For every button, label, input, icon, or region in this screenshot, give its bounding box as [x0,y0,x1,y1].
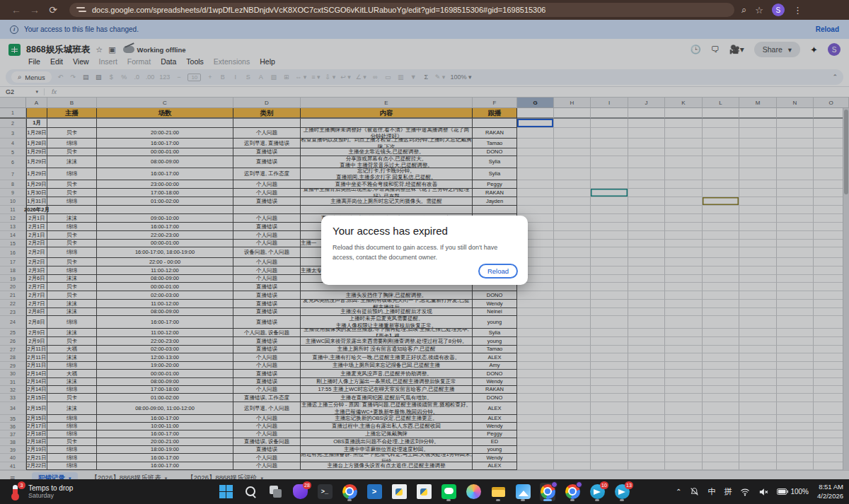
cell-I10[interactable] [591,197,628,206]
cell-I32[interactable] [591,386,628,394]
cell-L20[interactable] [703,283,739,291]
cell-E1[interactable]: 内容 [301,108,473,119]
cell-A41[interactable]: 2月22日 [26,462,47,470]
document-title[interactable]: 8868娱乐城班表 [26,44,90,56]
cell-D24[interactable]: 直播错误 [233,316,301,329]
cell-K9[interactable] [665,189,703,197]
cell-D4[interactable]: 迟到早退, 直播错误 [233,139,301,148]
cell-M2[interactable] [739,119,777,128]
cell-L3[interactable] [703,128,739,139]
cell-J23[interactable] [628,308,665,316]
cell-C4[interactable]: 16:00-17:00 [97,139,233,148]
cell-C17[interactable]: 22:00 - 00:00 [97,258,233,266]
volume-muted-icon[interactable] [758,488,768,496]
cell-L21[interactable] [703,291,739,300]
cell-N8[interactable] [777,180,814,189]
cell-K16[interactable] [665,247,703,258]
notifications-off-icon[interactable] [690,487,699,496]
cell-J27[interactable] [628,346,665,353]
tray-chevron-icon[interactable]: ⌃ [676,488,681,496]
cell-A38[interactable]: 2月18日 [26,438,47,446]
row-number-35[interactable]: 35 [0,415,26,423]
cell-H30[interactable] [554,370,591,378]
percent-icon[interactable]: % [120,74,128,81]
cell-D13[interactable]: 直播错误 [233,223,301,231]
cell-I28[interactable] [591,353,628,362]
cell-A9[interactable]: 1月30日 [26,189,47,197]
share-caret-icon[interactable]: ▾ [788,45,792,54]
cell-G11[interactable] [517,206,554,214]
cell-B4[interactable]: 绵绵 [47,139,97,148]
cell-D3[interactable]: 个人问题 [233,128,301,139]
cell-K23[interactable] [665,308,703,316]
cell-D16[interactable]: 设备问题, 个人问题 [233,247,301,258]
ime-pinyin-icon[interactable]: 拼 [724,486,732,497]
cell-J34[interactable] [628,402,665,415]
cell-E28[interactable]: 直播中,主播有打哈欠一晚,已提醒主播更正好状态,後續有改善。 [301,353,473,362]
cell-H1[interactable] [554,108,591,119]
cell-N19[interactable] [777,275,814,283]
cell-L25[interactable] [703,329,739,337]
meet-video-icon[interactable]: 🎥▾ [729,45,744,54]
merge-cells-icon[interactable]: ⇔ ▾ [295,74,306,81]
link-icon[interactable]: ∞ [371,74,379,81]
cell-M41[interactable] [739,462,777,470]
italic-icon[interactable]: I [231,74,239,81]
cell-C29[interactable]: 19:00-20:00 [97,362,233,370]
row-number-13[interactable]: 13 [0,223,26,231]
cell-I27[interactable] [591,346,628,353]
row-number-20[interactable]: 20 [0,283,26,291]
cell-H14[interactable] [554,231,591,240]
cell-I36[interactable] [591,423,628,430]
cell-J8[interactable] [628,180,665,189]
cell-E40[interactable]: 附近有光,主播报备群: 黑位一下把湿气转走,马上回,关镜头处理1分钟回来,后续 [301,454,473,462]
cell-K6[interactable] [665,156,703,168]
row-number-15[interactable]: 15 [0,240,26,247]
cell-F29[interactable]: Amy [473,362,517,370]
cell-F2[interactable] [473,119,517,128]
cell-F36[interactable]: Wendy [473,423,517,430]
cell-I5[interactable] [591,148,628,156]
cell-L17[interactable] [703,258,739,266]
fill-color-icon[interactable]: ▧ [270,74,277,81]
cell-D18[interactable]: 个人问题 [233,266,301,275]
cell-N21[interactable] [777,291,814,300]
cell-A23[interactable]: 2月8日 [26,308,47,316]
cell-A4[interactable]: 1月28日 [26,139,47,148]
cell-K37[interactable] [665,430,703,438]
cell-K28[interactable] [665,353,703,362]
cell-J12[interactable] [628,214,665,223]
cell-A36[interactable]: 2月17日 [26,423,47,430]
cell-L22[interactable] [703,300,739,308]
cell-I13[interactable] [591,223,628,231]
cell-J33[interactable] [628,394,665,402]
cell-D10[interactable]: 直播错误 [233,197,301,206]
cell-M15[interactable] [739,240,777,247]
cell-J32[interactable] [628,386,665,394]
cell-K33[interactable] [665,394,703,402]
all-sheets-icon[interactable]: ≡ [10,474,15,480]
cell-H38[interactable] [554,438,591,446]
cell-A33[interactable]: 2月15日 [26,394,47,402]
cell-M34[interactable] [739,402,777,415]
cell-C39[interactable]: 18:00-19:00 [97,446,233,454]
cell-N37[interactable] [777,430,814,438]
cell-M19[interactable] [739,275,777,283]
cell-B27[interactable]: 大福 [47,346,97,353]
browser-forward-icon[interactable]: → [25,4,44,16]
cell-M10[interactable] [739,197,777,206]
column-header-K[interactable]: K [665,98,703,108]
cell-J5[interactable] [628,148,665,156]
cell-H18[interactable] [554,266,591,275]
cell-F35[interactable]: ALEX [473,415,517,423]
menus-search-button[interactable]: ⌕ Menus [11,71,52,83]
cell-N14[interactable] [777,231,814,240]
cell-D39[interactable]: 直播错误 [233,446,301,454]
taskbar-clock[interactable]: 8:51 AM 4/2/2026 [817,483,843,500]
cell-M27[interactable] [739,346,777,353]
cell-F25[interactable]: Sylia [473,329,517,337]
cell-A29[interactable]: 2月11日 [26,362,47,370]
cell-I19[interactable] [591,275,628,283]
cell-A7[interactable]: 1月29日 [26,168,47,180]
cell-B22[interactable]: 沫沫 [47,300,97,308]
